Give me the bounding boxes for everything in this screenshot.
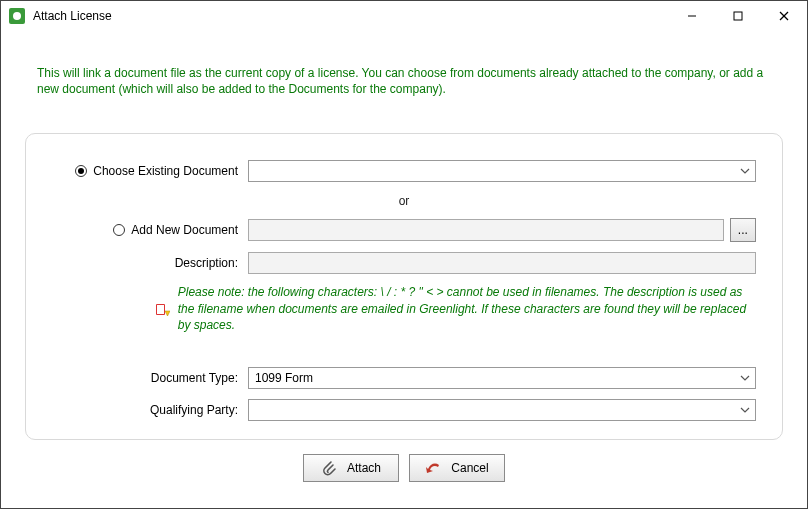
cancel-button-label: Cancel <box>451 461 488 475</box>
qualifying-party-label: Qualifying Party: <box>150 403 238 417</box>
new-document-path-input[interactable] <box>248 219 724 241</box>
radio-choose-existing-label: Choose Existing Document <box>93 164 238 178</box>
window-title: Attach License <box>33 9 112 23</box>
minimize-button[interactable] <box>669 1 715 31</box>
radio-add-new-label: Add New Document <box>131 223 238 237</box>
document-type-select[interactable]: 1099 Form <box>248 367 756 389</box>
svg-point-0 <box>13 12 21 20</box>
browse-button[interactable]: ... <box>730 218 756 242</box>
or-divider: or <box>52 194 756 208</box>
warning-icon <box>154 302 170 318</box>
chevron-down-icon <box>740 166 750 176</box>
svg-rect-6 <box>157 305 164 314</box>
radio-choose-existing[interactable]: Choose Existing Document <box>75 164 238 178</box>
description-input[interactable] <box>248 252 756 274</box>
svg-marker-7 <box>165 311 170 316</box>
qualifying-party-select[interactable] <box>248 399 756 421</box>
document-type-value: 1099 Form <box>255 371 313 385</box>
document-type-label: Document Type: <box>151 371 238 385</box>
undo-arrow-icon <box>425 460 441 476</box>
radio-add-new[interactable]: Add New Document <box>113 223 238 237</box>
filename-note: Please note: the following characters: \… <box>178 284 756 333</box>
attach-button[interactable]: Attach <box>303 454 399 482</box>
titlebar: Attach License <box>1 1 807 31</box>
intro-text: This will link a document file as the cu… <box>37 65 771 97</box>
svg-rect-2 <box>734 12 742 20</box>
app-icon <box>9 8 25 24</box>
chevron-down-icon <box>740 405 750 415</box>
dialog-buttons: Attach Cancel <box>25 454 783 482</box>
form-panel: Choose Existing Document or <box>25 133 783 440</box>
maximize-button[interactable] <box>715 1 761 31</box>
attach-button-label: Attach <box>347 461 381 475</box>
existing-document-select[interactable] <box>248 160 756 182</box>
chevron-down-icon <box>740 373 750 383</box>
paperclip-icon <box>321 460 337 476</box>
close-button[interactable] <box>761 1 807 31</box>
cancel-button[interactable]: Cancel <box>409 454 505 482</box>
description-label: Description: <box>175 256 238 270</box>
dialog-attach-license: Attach License This will link a document… <box>0 0 808 509</box>
browse-button-label: ... <box>738 223 748 237</box>
